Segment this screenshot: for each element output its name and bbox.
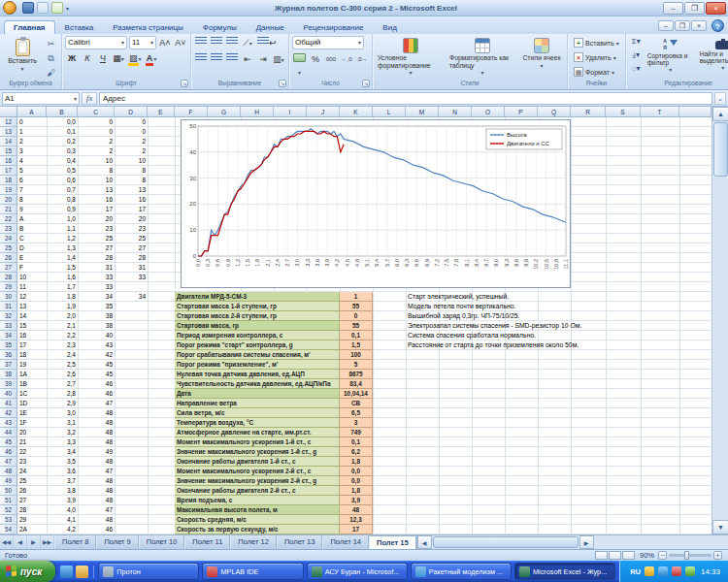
param-row[interactable]: Значение максимального ускорения 2-й ст.… [175, 476, 373, 486]
taskbar-button[interactable]: Ракетный моделизм ... [411, 563, 512, 580]
cell[interactable]: 2,6 [47, 370, 78, 379]
page-layout-view-button[interactable] [609, 551, 621, 560]
cell[interactable] [115, 467, 148, 476]
cell[interactable]: 2,3 [47, 340, 78, 350]
cell[interactable] [115, 437, 148, 447]
cell[interactable]: 48 [78, 496, 115, 505]
column-header-E[interactable]: E [148, 107, 175, 117]
cell[interactable]: 45 [78, 370, 115, 379]
format-as-table-button[interactable]: Форматировать как таблицу▾ [447, 36, 517, 78]
sheet-tab-Полет 8[interactable]: Полет 8 [54, 535, 96, 549]
cell[interactable] [115, 476, 148, 486]
row-header-44[interactable]: 44 [0, 428, 17, 437]
cell[interactable]: 29 [17, 515, 47, 525]
param-row[interactable]: Стартовая масса 2-й ступени, гр0 [175, 311, 373, 321]
cell[interactable]: 14 [17, 311, 47, 321]
cut-button[interactable]: ✂ [44, 36, 58, 49]
cell[interactable]: 8 [115, 166, 148, 176]
decrease-decimal-button[interactable]: ,0→ [355, 52, 369, 66]
row-header-49[interactable]: 49 [0, 476, 17, 486]
column-header-O[interactable]: O [472, 107, 505, 117]
cell[interactable]: F [17, 263, 47, 273]
row-header-28[interactable]: 28 [0, 273, 17, 282]
cell[interactable]: 2,2 [47, 331, 78, 340]
column-header-D[interactable]: D [115, 107, 148, 117]
cell[interactable] [115, 331, 148, 340]
tray-icon-1[interactable] [645, 566, 654, 576]
ribbon-tab-Рецензирование[interactable]: Рецензирование [294, 20, 374, 34]
quick-launch-icon-1[interactable] [60, 566, 73, 578]
ribbon-tab-Вставка[interactable]: Вставка [55, 20, 104, 34]
quick-launch-icon-2[interactable] [76, 566, 88, 578]
note-line[interactable]: Электрозапал системы спасения - SMD-рези… [408, 321, 581, 331]
cell[interactable]: 22 [17, 447, 47, 457]
param-row[interactable]: Время подъема, с3,9 [175, 496, 373, 505]
cell[interactable]: 38 [78, 311, 115, 321]
column-header-partial[interactable] [679, 107, 711, 117]
normal-view-button[interactable] [595, 551, 608, 560]
param-row[interactable]: Скорость средняя, м/с12,3 [175, 515, 373, 525]
column-header-J[interactable]: J [307, 107, 340, 117]
cell[interactable]: 2 [115, 137, 148, 146]
minimize-button[interactable]: – [663, 2, 683, 15]
cell[interactable]: 2,5 [47, 360, 78, 370]
cell[interactable]: 0,4 [47, 156, 78, 166]
tray-icon-4[interactable] [685, 566, 695, 576]
wrap-text-button[interactable]: ↩ [256, 36, 278, 49]
cell[interactable]: 48 [78, 457, 115, 467]
row-header-19[interactable]: 19 [0, 185, 17, 195]
cell[interactable]: 3,3 [47, 437, 78, 447]
cell[interactable]: 0,5 [47, 166, 78, 176]
row-header-13[interactable]: 13 [0, 127, 17, 137]
cell[interactable]: 1,0 [47, 214, 78, 224]
cell[interactable] [115, 447, 148, 457]
note-line[interactable]: Модель летела почти вертикально. [408, 302, 515, 311]
horizontal-scroll-thumb[interactable] [433, 536, 579, 548]
column-header-Q[interactable]: Q [538, 107, 571, 117]
param-row[interactable]: Стартовая масса, гр55 [175, 321, 373, 331]
row-header-21[interactable]: 21 [0, 205, 17, 214]
cell[interactable]: 45 [78, 360, 115, 370]
number-format-combo[interactable]: Общий▾ [292, 36, 364, 49]
column-header-I[interactable]: I [274, 107, 307, 117]
param-row[interactable]: Момент максимального ускорения 1-й ст., … [175, 437, 373, 447]
align-right-button[interactable] [225, 52, 239, 66]
cell[interactable]: 33 [78, 273, 115, 282]
flight-chart[interactable]: 0,00,30,60,91,21,51,82,12,42,73,03,33,63… [181, 119, 571, 288]
alignment-dialog-launcher[interactable]: ↘ [279, 80, 286, 87]
bold-button[interactable]: Ж [65, 51, 79, 65]
name-box[interactable]: A1▾ [2, 92, 80, 105]
cell[interactable]: 0,6 [47, 176, 78, 185]
cell[interactable]: 0,1 [47, 127, 78, 137]
param-row[interactable]: Значение максимального ускорения 1-й ст.… [175, 447, 373, 457]
row-header-41[interactable]: 41 [0, 399, 17, 408]
cell[interactable]: 16 [17, 331, 47, 340]
cell[interactable]: 34 [78, 292, 115, 302]
row-header-32[interactable]: 32 [0, 311, 17, 321]
param-row[interactable]: Атмосферное давление на старте, мм.рт.ст… [175, 428, 373, 437]
cell[interactable]: 3,4 [47, 447, 78, 457]
zoom-slider[interactable]: − + [658, 551, 722, 560]
scroll-left-arrow[interactable]: ◀ [417, 535, 432, 549]
cell[interactable]: 1B [17, 379, 47, 389]
cell[interactable]: 23 [78, 224, 115, 234]
cell[interactable]: 8 [115, 176, 148, 185]
column-header-N[interactable]: N [439, 107, 472, 117]
row-header-34[interactable]: 34 [0, 331, 17, 340]
formula-input[interactable]: Адрес [99, 92, 712, 105]
font-name-combo[interactable]: Calibri▾ [65, 36, 127, 49]
shrink-font-button[interactable]: А˅ [174, 36, 187, 49]
cell[interactable]: C [17, 234, 47, 243]
cell[interactable] [115, 486, 148, 496]
increase-indent-button[interactable]: ⇥ [256, 52, 270, 66]
cell[interactable]: 3 [17, 146, 47, 156]
cell[interactable] [115, 340, 148, 350]
cell[interactable]: 13 [78, 185, 115, 195]
select-all-corner[interactable] [0, 107, 17, 117]
formula-bar-expand-button[interactable]: ⌄ [714, 92, 726, 105]
cell[interactable]: 1C [17, 389, 47, 399]
cell[interactable]: 48 [78, 408, 115, 418]
row-header-30[interactable]: 30 [0, 292, 17, 302]
cell[interactable] [115, 428, 148, 437]
cell[interactable]: 38 [78, 321, 115, 331]
